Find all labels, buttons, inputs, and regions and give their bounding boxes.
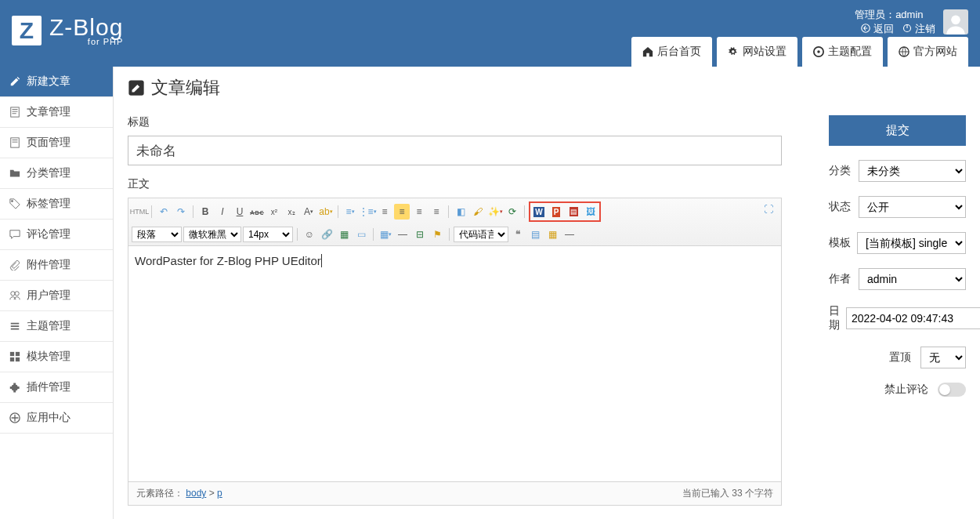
author-label: 作者 [829,272,852,286]
sidebar-item-comments[interactable]: 评论管理 [0,220,113,250]
format-brush-button[interactable]: 🖌 [470,204,486,220]
sidebar-item-users[interactable]: 用户管理 [0,281,113,311]
svg-rect-12 [16,352,20,356]
svg-point-10 [15,292,19,296]
hr-button[interactable]: — [395,227,410,242]
char-count: 当前已输入 33 个字符 [682,487,773,500]
align-justify-button[interactable]: ≡ [429,204,444,220]
italic-button[interactable]: I [215,204,230,220]
template-select[interactable]: [当前模板] single [857,232,966,254]
pdf-icon[interactable]: ▤ [566,204,581,220]
submit-button[interactable]: 提交 [829,115,966,146]
status-select[interactable]: 公开 [859,196,966,218]
date-button[interactable]: ▦ [544,227,560,242]
nocomment-toggle[interactable] [938,383,966,397]
anchor-button[interactable]: ⚑ [429,227,445,242]
word-icon[interactable]: W [531,204,547,220]
logout-link[interactable]: 注销 [902,23,935,34]
font-select[interactable]: 微软雅黑 [183,227,241,242]
html-button[interactable]: HTML [132,204,147,220]
underline-button[interactable]: U [232,204,248,220]
powerpoint-icon[interactable]: P [548,204,564,220]
path-label: 元素路径： [136,488,183,499]
svg-rect-13 [10,357,14,361]
svg-rect-7 [11,138,20,147]
more-button[interactable]: — [562,227,577,242]
title-label: 标题 [128,115,782,129]
svg-point-8 [11,200,13,202]
code-select[interactable]: 代码语言 [454,227,508,242]
eraser-button[interactable]: ◧ [453,204,468,220]
sidebar-item-appcenter[interactable]: 应用中心 [0,403,113,434]
sidebar-item-posts[interactable]: 文章管理 [0,97,113,128]
sticky-select[interactable]: 无 [920,347,966,368]
undo-button[interactable]: ↶ [156,204,172,220]
svg-rect-14 [16,357,20,361]
image-paste-icon[interactable]: 🖼 [583,204,598,220]
sidebar-item-tags[interactable]: 标签管理 [0,189,113,220]
editor-content[interactable]: WordPaster for Z-Blog PHP UEditor [128,246,781,481]
sidebar-item-plugins[interactable]: 插件管理 [0,372,113,403]
sidebar-item-modules[interactable]: 模块管理 [0,342,113,372]
avatar[interactable] [943,9,968,34]
sidebar: 新建文章 文章管理 页面管理 分类管理 标签管理 评论管理 附件管理 用户管理 … [0,67,114,519]
tab-official[interactable]: 官方网站 [888,37,968,67]
align-right-button[interactable]: ≡ [411,204,427,220]
emoji-button[interactable]: ☺ [302,227,317,242]
logo-badge: Z [12,16,42,45]
path-p-link[interactable]: p [217,488,222,499]
forecolor-button[interactable]: A▾ [301,204,316,220]
quote-button[interactable]: ❝ [510,227,526,242]
ordered-list-button[interactable]: ≡▾ [342,204,358,220]
user-label: 管理员：admin [855,8,935,22]
strikeout-button[interactable]: ᴀʙᴄ [249,204,265,220]
find-button[interactable]: ▤ [527,227,543,242]
unordered-list-button[interactable]: ⋮≡▾ [360,204,375,220]
body-label: 正文 [128,177,782,191]
path-body-link[interactable]: body [186,488,206,499]
sidebar-item-new-post[interactable]: 新建文章 [0,67,113,97]
sidebar-item-themes[interactable]: 主题管理 [0,311,113,342]
align-left-button[interactable]: ≡ [377,204,392,220]
align-center-button[interactable]: ≡ [394,204,410,220]
image-button[interactable]: ▦ [336,227,352,242]
paragraph-select[interactable]: 段落 [132,227,182,242]
redo-button[interactable]: ↷ [173,204,189,220]
sidebar-right: 提交 分类 未分类 状态 公开 模板 [当前模板] single 作者 admi… [829,115,966,506]
pagebreak-button[interactable]: ⊟ [412,227,428,242]
magic-button[interactable]: ✨▾ [487,204,503,220]
tab-settings[interactable]: 网站设置 [717,37,797,67]
tab-theme[interactable]: 主题配置 [802,37,883,67]
autoformat-button[interactable]: ⟳ [504,204,520,220]
date-input[interactable] [846,307,980,329]
fontsize-select[interactable]: 14px [243,227,293,242]
title-input[interactable] [128,136,782,165]
template-label: 模板 [829,236,851,250]
link-button[interactable]: 🔗 [319,227,335,242]
superscript-button[interactable]: x² [266,204,282,220]
tab-dashboard[interactable]: 后台首页 [631,37,712,67]
backcolor-button[interactable]: ab▾ [318,204,334,220]
subscript-button[interactable]: x₂ [284,204,299,220]
table-button[interactable]: ▦▾ [378,227,393,242]
user-info: 管理员：admin 返回 注销 [855,8,968,36]
editor: HTML ↶ ↷ B I U ᴀʙᴄ x² x₂ A▾ ab [128,198,782,506]
author-select[interactable]: admin [859,268,966,290]
video-button[interactable]: ▭ [353,227,369,242]
bold-button[interactable]: B [197,204,213,220]
header: Z Z-Blog for PHP 管理员：admin 返回 注销 后台首页 网站… [0,0,980,67]
svg-point-4 [817,50,820,53]
logo: Z Z-Blog for PHP [12,14,123,46]
svg-rect-6 [11,107,20,117]
sidebar-item-attachments[interactable]: 附件管理 [0,250,113,281]
paste-plugin-group: W P ▤ 🖼 [529,201,601,222]
sidebar-item-pages[interactable]: 页面管理 [0,128,113,158]
status-label: 状态 [829,200,852,214]
fullscreen-button[interactable]: ⛶ [761,201,776,217]
back-link[interactable]: 返回 [861,23,894,34]
sidebar-item-categories[interactable]: 分类管理 [0,158,113,189]
sticky-label: 置顶 [889,350,911,365]
nocomment-label: 禁止评论 [884,383,928,397]
category-select[interactable]: 未分类 [859,160,966,182]
svg-point-9 [11,292,15,296]
